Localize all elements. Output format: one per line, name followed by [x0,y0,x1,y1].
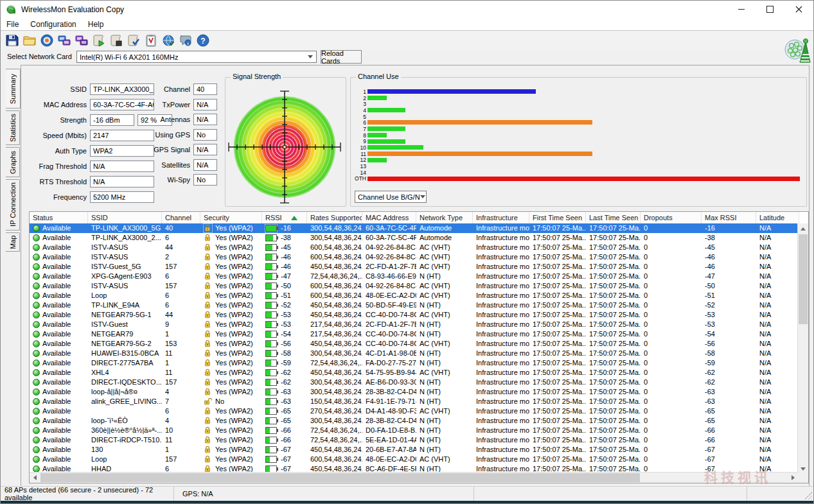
table-row[interactable]: AvailableISTV-Guest_5G157Yes (WPA2)-4645… [30,262,798,272]
target-icon[interactable] [38,32,55,49]
tab-ip-connection[interactable]: IP Connection [6,179,20,230]
resize-grip[interactable] [804,492,812,500]
field-value[interactable]: 5200 MHz [90,191,154,203]
table-row[interactable]: AvailableLoop6Yes (WPA2)-51600,54,48,36,… [30,291,798,300]
column-header-rates-supported[interactable]: Rates Supported [307,212,362,223]
table-row[interactable]: Availableloop-ˉï¹«ÊÒ4Yes (WPA2)-65300,54… [30,416,798,426]
table-row[interactable]: AvailableHUAWEI-B315-0BCA11Yes (WPA2)-58… [30,349,798,358]
table-row[interactable]: AvailableXPG-GAgent-E9036Yes (WPA2)-4772… [30,272,798,281]
lock-closed-icon [204,455,212,464]
cell-dropouts: 0 [641,329,702,339]
column-header-status[interactable]: Status [30,212,88,223]
tab-map[interactable]: Map [6,232,20,252]
horizontal-scroll-thumb[interactable] [40,473,640,482]
table-row[interactable]: AvailableISTV-ASUS157Yes (WPA2)-50600,54… [30,281,798,291]
field-value[interactable]: N/A [193,114,217,125]
minimize-button[interactable] [727,1,756,18]
cell-max-rssi: -66 [702,426,756,435]
table-row[interactable]: AvailableTP-LINK_E94A6Yes (WPA2)-52450,5… [30,300,798,310]
tab-statistics[interactable]: Statistics [6,110,20,145]
clipboard-report-icon[interactable] [142,32,159,49]
column-header-mac-address[interactable]: MAC Address [362,212,416,223]
rssi-level-icon [265,292,277,299]
web-globe-icon[interactable] [159,32,177,49]
table-row[interactable]: AvailableNETGEAR79-5G-2153Yes (WPA2)-564… [30,339,798,349]
cell-infrastructure: Infrastructure mo... [473,262,529,272]
column-header-last-time-seen[interactable]: Last Time Seen [586,212,641,223]
field-value[interactable]: No [193,129,217,141]
tab-strip: SummaryStatisticsGraphsIP ConnectionMap [6,69,21,254]
column-header-max-rssi[interactable]: Max RSSI [702,212,756,223]
log-start-icon[interactable] [90,32,107,49]
column-header-ssid[interactable]: SSID [88,212,162,223]
vertical-scrollbar[interactable] [797,223,808,474]
cell-first-time-seen: 17:50:07 25-Ma... [529,455,586,464]
cell-dropouts: 0 [641,397,702,406]
horizontal-scrollbar[interactable] [30,472,798,483]
field-value[interactable]: N/A [193,159,217,171]
scroll-up-icon[interactable] [798,223,808,234]
tab-summary[interactable]: Summary [6,69,21,109]
vertical-scroll-thumb[interactable] [799,234,808,324]
help-icon[interactable]: ? [194,32,211,49]
table-row[interactable]: AvailableISTV-ASUS2Yes (WPA2)-46600,54,4… [30,252,798,262]
table-row[interactable]: Available6Yes (WPA2)-65270,54,48,36,24..… [30,406,798,416]
network-card-select[interactable]: Intel(R) Wi-Fi 6 AX201 160MHz [76,51,317,63]
table-row[interactable]: AvailableISTV-Guest9Yes (WPA2)-53217,54,… [30,320,798,329]
save-icon[interactable] [3,32,21,49]
column-header-channel[interactable]: Channel [162,212,200,223]
cell-latitude: N/A [756,310,798,320]
column-header-rssi[interactable]: RSSI [262,212,307,223]
column-header-infrastructure[interactable]: Infrastructure [473,212,529,223]
reload-cards-button[interactable]: Reload Cards [321,50,362,64]
log-verify-icon[interactable] [125,32,142,49]
tab-graphs[interactable]: Graphs [6,147,20,177]
table-row[interactable]: AvailableDIRECT-2775A7BA1Yes (WPA2)-5972… [30,358,798,368]
column-header-network-type[interactable]: Network Type [416,212,473,223]
table-row[interactable]: Available1301Yes (WPA2)-67450,54,48,36,2… [30,445,798,455]
table-row[interactable]: AvailableDIRECT-IQDESKTO...157Yes (WPA2)… [30,378,798,387]
menu-configuration[interactable]: Configuration [24,20,82,29]
scroll-right-icon[interactable] [788,473,798,483]
field-value[interactable]: No [193,174,217,186]
column-header-security[interactable]: Security [200,212,262,223]
cell-dropouts: 0 [641,281,702,291]
cell-security: Yes (WPA2) [200,252,262,262]
channel-use-select[interactable]: Channel Use B/G/N [355,191,427,203]
cell-ssid: loop-å||å|¬å®¤ [88,387,162,397]
table-row[interactable]: AvailableNETGEAR79-5G-144Yes (WPA2)-5345… [30,310,798,320]
scroll-left-icon[interactable] [30,473,40,483]
table-row[interactable]: AvailableISTV-ASUS44Yes (WPA2)-45600,54,… [30,243,798,252]
column-header-dropouts[interactable]: Dropouts [641,212,702,223]
cell-max-rssi: -16 [702,223,756,233]
field-value[interactable]: N/A [193,144,217,155]
feedback-icon[interactable]: i [177,32,194,49]
network-export-icon[interactable] [55,32,73,49]
table-row[interactable]: AvailableLoop157Yes (WPA2)-67600,54,48,3… [30,455,798,464]
cell-rssi: -65 [262,406,307,416]
table-row[interactable]: Available360è||è½è®°å½|ä»ª-...10Yes (WPA… [30,426,798,435]
rssi-level-icon [265,331,277,338]
table-row[interactable]: AvailableNETGEAR791Yes (WPA2)-54217,54,4… [30,329,798,339]
column-header-first-time-seen[interactable]: First Time Seen [529,212,586,223]
close-button[interactable] [784,1,813,18]
column-header-latitude[interactable]: Latitude [756,212,799,223]
table-row[interactable]: AvailableDIRECT-iRDCP-T510...11Yes (WPA2… [30,435,798,445]
cell-first-time-seen: 17:50:07 25-Ma... [529,281,586,291]
log-stop-icon[interactable] [107,32,125,49]
field-value[interactable]: 40 [193,83,217,95]
maximize-button[interactable] [756,1,784,18]
open-folder-icon[interactable] [21,32,38,49]
menu-help[interactable]: Help [82,20,110,29]
table-row[interactable]: AvailableTP-LINK_AX3000_2...6Yes (WPA2)-… [30,233,798,243]
network-import-icon[interactable] [73,32,90,49]
table-row[interactable]: Availablealink_GREE_LIVING...7No-63150,5… [30,397,798,406]
table-row[interactable]: AvailableXHL411Yes (WPA2)-62450,54,48,36… [30,368,798,378]
status-available-icon [33,388,40,395]
table-row[interactable]: AvailableTP-LINK_AX3000_5G40Yes (WPA2)-1… [30,223,798,233]
menu-file[interactable]: File [1,20,24,29]
cell-last-time-seen: 17:50:07 25-Ma... [586,397,641,406]
table-row[interactable]: Availableloop-å||å|¬å®¤4Yes (WPA2)-63300… [30,387,798,397]
field-value[interactable]: N/A [193,99,217,110]
cell-status: Available [30,368,88,378]
